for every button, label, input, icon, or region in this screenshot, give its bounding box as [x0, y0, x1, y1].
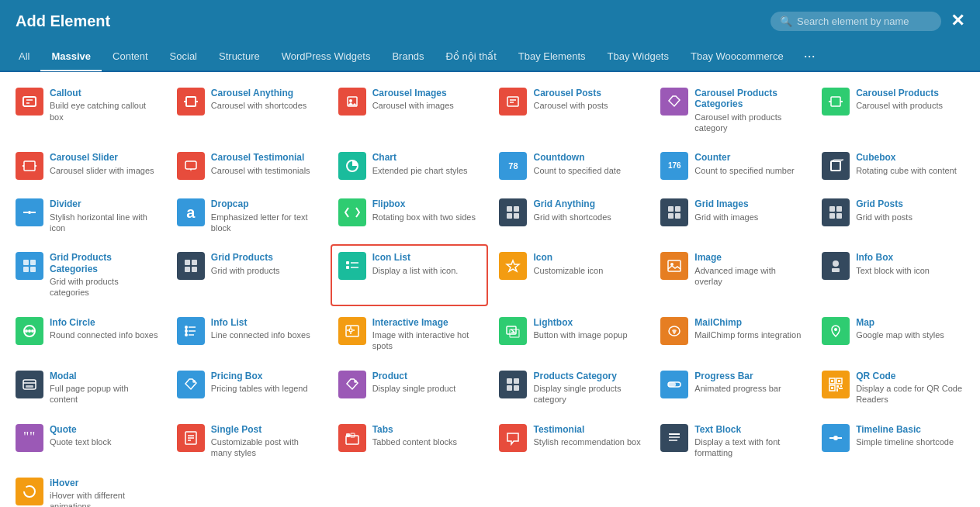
- tab-do-noi-that[interactable]: Đồ nội thất: [435, 43, 507, 71]
- element-item-grid-products-categories[interactable]: Grid Products CategoriesGrid with produc…: [8, 244, 166, 305]
- products-category-icon: [499, 371, 527, 398]
- search-input[interactable]: [797, 16, 932, 27]
- element-item-single-post[interactable]: Single PostCustomizable post with many s…: [169, 416, 327, 467]
- element-item-interactive-image[interactable]: Interactive ImageImage with interactive …: [331, 309, 489, 360]
- element-item-pricing-box[interactable]: Pricing BoxPricing tables with legend: [169, 363, 327, 413]
- svg-rect-28: [507, 213, 512, 219]
- element-item-grid-anything[interactable]: Grid AnythingGrid with shortcodes: [491, 191, 649, 241]
- chart-name: Chart: [372, 152, 481, 163]
- element-item-map[interactable]: MapGoogle map with styles: [814, 309, 972, 360]
- tab-brands[interactable]: Brands: [381, 43, 435, 71]
- tab-tbay-woocommerce[interactable]: Tbay Woocommerce: [680, 43, 795, 71]
- svg-point-112: [24, 486, 35, 497]
- element-item-carousel-slider[interactable]: Carousel SliderCarousel slider with imag…: [8, 144, 166, 188]
- search-box[interactable]: 🔍: [770, 12, 941, 31]
- svg-rect-92: [831, 387, 833, 389]
- element-item-progress-bar[interactable]: Progress BarAnimated progress bar: [653, 363, 811, 413]
- tab-all[interactable]: All: [8, 43, 40, 71]
- mailchimp-info: MailChimpMailChimp forms integration: [694, 317, 803, 341]
- image-name: Image: [694, 252, 803, 263]
- element-item-grid-posts[interactable]: Grid PostsGrid with posts: [814, 191, 972, 241]
- progress-bar-desc: Animated progress bar: [694, 383, 803, 394]
- tab-content[interactable]: Content: [102, 43, 159, 71]
- cubebox-info: CubeboxRotating cube with content: [856, 152, 964, 176]
- element-item-quote[interactable]: ""QuoteQuote text block: [8, 416, 166, 467]
- svg-rect-27: [514, 206, 519, 212]
- tab-social[interactable]: Social: [159, 43, 208, 71]
- grid-anything-desc: Grid with shortcodes: [533, 212, 642, 222]
- grid-posts-info: Grid PostsGrid with posts: [856, 198, 964, 222]
- element-item-lightbox[interactable]: LightboxButton with image popup: [491, 309, 649, 360]
- element-item-product[interactable]: ProductDisplay single product: [331, 363, 489, 413]
- element-item-tabs[interactable]: TabsTabbed content blocks: [331, 416, 489, 467]
- element-item-info-circle[interactable]: Info CircleRound connected info boxes: [8, 309, 166, 360]
- element-item-info-list[interactable]: Info ListLine connected info boxes: [169, 309, 327, 360]
- svg-rect-37: [836, 213, 842, 219]
- svg-rect-88: [831, 380, 833, 382]
- carousel-posts-info: Carousel PostsCarousel with posts: [533, 88, 642, 112]
- product-icon: [338, 371, 366, 398]
- lightbox-icon: [499, 317, 527, 345]
- svg-rect-83: [507, 385, 512, 391]
- element-item-image[interactable]: ImageAdvanced image with overlay: [653, 244, 811, 305]
- element-item-counter[interactable]: 176CounterCount to specified number: [653, 144, 811, 188]
- header-right: 🔍 ✕: [770, 11, 964, 31]
- testimonial-desc: Stylish recommendation box: [533, 436, 642, 447]
- element-item-carousel-products-categories[interactable]: Carousel Products CategoriesCarousel wit…: [653, 80, 811, 141]
- element-item-carousel-testimonial[interactable]: Carousel TestimonialCarousel with testim…: [169, 144, 327, 188]
- element-item-chart[interactable]: ChartExtended pie chart styles: [331, 144, 489, 188]
- text-block-desc: Display a text with font formatting: [694, 436, 803, 459]
- carousel-images-info: Carousel ImagesCarousel with images: [372, 88, 481, 112]
- tabs-icon: [338, 424, 366, 452]
- element-item-grid-images[interactable]: Grid ImagesGrid with images: [653, 191, 811, 241]
- ihover-desc: iHover with different animations: [50, 490, 158, 507]
- element-item-grid-products[interactable]: Grid ProductsGrid with products: [169, 244, 327, 305]
- grid-products-categories-desc: Grid with products categories: [50, 276, 158, 298]
- grid-products-info: Grid ProductsGrid with products: [211, 252, 320, 276]
- element-item-cubebox[interactable]: CubeboxRotating cube with content: [814, 144, 972, 188]
- countdown-icon: 78: [499, 152, 527, 180]
- info-box-info: Info BoxText block with icon: [856, 252, 964, 276]
- element-item-dropcap[interactable]: aDropcapEmphasized letter for text block: [169, 191, 327, 241]
- svg-rect-8: [507, 97, 518, 106]
- element-item-qr-code[interactable]: QR CodeDisplay a code for QR Code Reader…: [814, 363, 972, 413]
- element-item-carousel-posts[interactable]: Carousel PostsCarousel with posts: [491, 80, 649, 141]
- element-item-ihover[interactable]: iHoveriHover with different animations: [8, 470, 166, 507]
- element-item-text-block[interactable]: Text BlockDisplay a text with font forma…: [653, 416, 811, 467]
- grid-products-categories-info: Grid Products CategoriesGrid with produc…: [50, 252, 158, 298]
- carousel-products-categories-info: Carousel Products CategoriesCarousel wit…: [694, 88, 803, 133]
- image-info: ImageAdvanced image with overlay: [694, 252, 803, 287]
- svg-rect-94: [840, 385, 842, 387]
- element-item-modal[interactable]: ModalFull page popup with content: [8, 363, 166, 413]
- lightbox-name: Lightbox: [533, 317, 642, 328]
- product-info: ProductDisplay single product: [372, 371, 481, 395]
- element-item-mailchimp[interactable]: MailChimpMailChimp forms integration: [653, 309, 811, 360]
- element-item-carousel-products[interactable]: Carousel ProductsCarousel with products: [814, 80, 972, 141]
- element-item-countdown[interactable]: 78CountdownCount to specified date: [491, 144, 649, 188]
- tab-massive[interactable]: Massive: [40, 43, 102, 71]
- close-button[interactable]: ✕: [951, 11, 964, 31]
- modal-header: Add Element 🔍 ✕: [0, 0, 980, 42]
- element-item-carousel-images[interactable]: Carousel ImagesCarousel with images: [331, 80, 489, 141]
- carousel-posts-name: Carousel Posts: [533, 88, 642, 98]
- element-item-callout[interactable]: CalloutBuild eye catching callout box: [8, 80, 166, 141]
- svg-text:": ": [29, 430, 35, 445]
- element-item-products-category[interactable]: Products CategoryDisplay single products…: [491, 363, 649, 413]
- element-item-flipbox[interactable]: FlipboxRotating box with two sides: [331, 191, 489, 241]
- tab-structure[interactable]: Structure: [208, 43, 271, 71]
- element-item-icon[interactable]: IconCustomizable icon: [491, 244, 649, 305]
- element-item-carousel-anything[interactable]: Carousel AnythingCarousel with shortcode…: [169, 80, 327, 141]
- tab-tbay-widgets[interactable]: Tbay Widgets: [597, 43, 680, 71]
- element-item-icon-list[interactable]: Icon ListDisplay a list with icon.: [331, 244, 489, 305]
- element-item-testimonial[interactable]: TestimonialStylish recommendation box: [491, 416, 649, 467]
- tab-wordpress-widgets[interactable]: WordPress Widgets: [271, 43, 382, 71]
- svg-rect-39: [30, 260, 36, 265]
- element-item-info-box[interactable]: Info BoxText block with icon: [814, 244, 972, 305]
- tab-tbay-elements[interactable]: Tbay Elements: [507, 43, 597, 71]
- tabs-more-button[interactable]: ···: [795, 42, 825, 71]
- svg-point-79: [192, 380, 196, 383]
- map-name: Map: [856, 317, 964, 328]
- grid-products-name: Grid Products: [211, 252, 320, 263]
- element-item-divider[interactable]: DividerStylish horizontal line with icon: [8, 191, 166, 241]
- element-item-timeline-basic[interactable]: Timeline BasicSimple timeline shortcode: [814, 416, 972, 467]
